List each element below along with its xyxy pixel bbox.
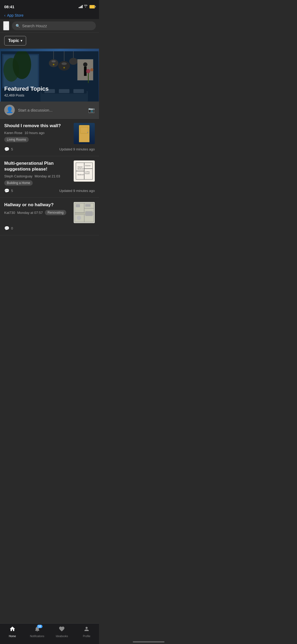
svg-rect-50 — [85, 211, 93, 216]
posts-list: Should I remove this wall? Karen Rose 10… — [0, 119, 99, 235]
post-title: Should I remove this wall? — [4, 123, 70, 129]
status-time: 08:41 — [4, 4, 14, 9]
avatar-icon: 👤 — [6, 107, 13, 113]
post-thumbnail — [74, 123, 95, 144]
post-thumbnail: Master Bedroom Kitchen Living Room Bedro… — [74, 160, 95, 182]
back-button[interactable]: ‹ — [3, 21, 9, 30]
svg-text:Bedroom: Bedroom — [78, 168, 84, 170]
post-meta: Karen Rose 10 hours ago Living Rooms — [4, 131, 70, 142]
post-author: Kat730 — [4, 211, 15, 215]
list-item[interactable]: Hallway or no hallway? Kat730 Monday at … — [0, 198, 99, 235]
comments-count: 💬 5 — [4, 147, 13, 152]
post-time: Monday at 21:03 — [35, 174, 60, 178]
post-top: Multi-generational Plan suggestions plea… — [4, 160, 95, 186]
post-author: Steph Castonguay — [4, 174, 32, 178]
post-info: Should I remove this wall? Karen Rose 10… — [4, 123, 70, 144]
post-author: Karen Rose — [4, 131, 22, 135]
featured-topics-hero: Featured Topics 42,469 Posts — [0, 49, 99, 102]
post-tag[interactable]: Living Rooms — [4, 137, 29, 142]
battery-icon: ⚡ — [89, 5, 95, 8]
hero-content: Featured Topics 42,469 Posts — [0, 81, 99, 102]
post-footer: 💬 5 Updated 9 minutes ago — [4, 147, 95, 152]
svg-rect-47 — [76, 204, 80, 207]
app-store-bar[interactable]: ‹ App Store — [0, 12, 99, 19]
post-meta: Kat730 Monday at 07:57 Renovating — [4, 210, 70, 215]
app-store-label[interactable]: App Store — [7, 13, 23, 17]
back-arrow-icon: ‹ — [4, 13, 6, 17]
updated-time: Updated 9 minutes ago — [59, 147, 95, 151]
chevron-down-icon: ▾ — [21, 39, 22, 43]
post-top: Hallway or no hallway? Kat730 Monday at … — [4, 202, 95, 223]
comment-number: 5 — [11, 189, 13, 193]
signal-icon — [79, 5, 83, 8]
post-tag[interactable]: Renovating — [45, 210, 66, 215]
topic-dropdown-button[interactable]: Topic ▾ — [4, 36, 26, 45]
comments-count: 💬 5 — [4, 188, 13, 193]
post-info: Hallway or no hallway? Kat730 Monday at … — [4, 202, 70, 223]
user-avatar: 👤 — [4, 105, 15, 115]
svg-text:Bedroom: Bedroom — [78, 174, 84, 176]
post-title: Hallway or no hallway? — [4, 202, 70, 208]
discussion-bar[interactable]: 👤 Start a discussion... 📷 — [0, 102, 99, 119]
search-bar[interactable]: 🔍 Search Houzz — [12, 21, 96, 30]
svg-text:Kitchen: Kitchen — [85, 165, 91, 167]
post-info: Multi-generational Plan suggestions plea… — [4, 160, 70, 186]
featured-topics-post-count: 42,469 Posts — [4, 93, 95, 97]
discussion-input[interactable]: Start a discussion... — [18, 108, 85, 112]
search-input[interactable]: Search Houzz — [22, 24, 47, 28]
updated-time: Updated 9 minutes ago — [59, 189, 95, 193]
camera-icon[interactable]: 📷 — [88, 107, 95, 113]
search-icon: 🔍 — [16, 24, 20, 28]
topic-bar: Topic ▾ — [0, 33, 99, 49]
list-item[interactable]: Multi-generational Plan suggestions plea… — [0, 156, 99, 198]
list-item[interactable]: Should I remove this wall? Karen Rose 10… — [0, 119, 99, 156]
post-thumbnail — [74, 202, 95, 223]
svg-text:Master: Master — [78, 166, 83, 168]
post-time: 10 hours ago — [25, 131, 45, 135]
status-bar: 08:41 ⚡ — [0, 0, 99, 12]
post-tag[interactable]: Building a Home — [4, 180, 33, 186]
comments-count: 💬 0 — [4, 226, 13, 231]
svg-text:Room: Room — [85, 173, 90, 174]
post-title: Multi-generational Plan suggestions plea… — [4, 160, 70, 172]
svg-point-49 — [77, 216, 81, 220]
wifi-icon — [84, 5, 88, 9]
comment-number: 0 — [11, 226, 13, 230]
comment-icon: 💬 — [4, 147, 10, 152]
post-footer: 💬 5 Updated 9 minutes ago — [4, 188, 95, 193]
comment-icon: 💬 — [4, 226, 10, 231]
post-footer: 💬 0 — [4, 226, 95, 231]
comment-icon: 💬 — [4, 188, 10, 193]
featured-topics-title: Featured Topics — [4, 85, 95, 92]
post-meta: Steph Castonguay Monday at 21:03 Buildin… — [4, 174, 70, 186]
topic-label: Topic — [8, 38, 19, 43]
post-top: Should I remove this wall? Karen Rose 10… — [4, 123, 95, 144]
svg-rect-48 — [85, 204, 91, 207]
post-time: Monday at 07:57 — [17, 211, 43, 215]
status-icons: ⚡ — [79, 5, 95, 9]
comment-number: 5 — [11, 147, 13, 151]
nav-bar: ‹ 🔍 Search Houzz — [0, 19, 99, 33]
